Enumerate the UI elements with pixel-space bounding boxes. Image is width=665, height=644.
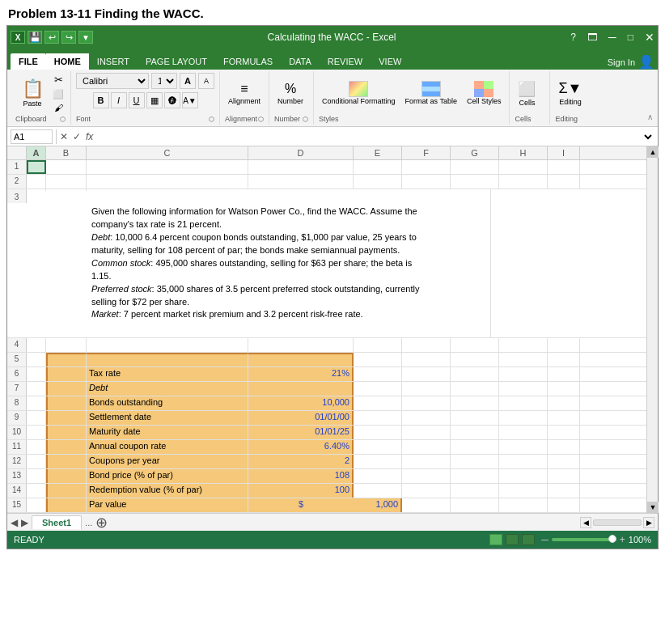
cell-f1[interactable]	[402, 160, 451, 174]
clipboard-expand[interactable]: ⬡	[60, 116, 66, 123]
cell-f10[interactable]	[402, 426, 451, 439]
cell-e1[interactable]	[354, 160, 402, 174]
tab-review[interactable]: REVIEW	[320, 53, 371, 70]
scroll-left-button[interactable]: ◀	[580, 517, 591, 528]
cell-a2[interactable]	[27, 175, 46, 189]
cell-a6[interactable]	[27, 367, 46, 381]
cell-g13[interactable]	[451, 469, 499, 483]
cell-d5[interactable]	[248, 353, 354, 366]
cell-d13[interactable]: 108	[248, 469, 354, 483]
number-expand[interactable]: ⬡	[303, 116, 308, 123]
cell-g15[interactable]	[451, 498, 499, 512]
cell-c8[interactable]: Bonds outstanding	[87, 396, 248, 410]
cell-b14[interactable]	[46, 484, 87, 498]
cell-b7[interactable]	[46, 382, 87, 396]
paste-button[interactable]: 📋 Paste	[15, 75, 49, 111]
cell-e2[interactable]	[354, 175, 402, 189]
cell-e11[interactable]	[354, 440, 402, 454]
cell-h7[interactable]	[499, 382, 548, 396]
font-name-select[interactable]: Calibri	[76, 73, 149, 89]
cell-h10[interactable]	[499, 426, 548, 439]
zoom-in-button[interactable]: +	[620, 534, 625, 545]
cell-b4[interactable]	[46, 338, 87, 352]
cell-c3-desc[interactable]: Given the following information for Wats…	[87, 189, 491, 337]
undo-icon[interactable]: ↩	[44, 31, 59, 44]
cell-h8[interactable]	[499, 396, 548, 410]
cell-d8[interactable]: 10,000	[248, 396, 354, 410]
cell-a1[interactable]	[27, 160, 46, 174]
close-button[interactable]: ✕	[645, 31, 654, 44]
cell-d6[interactable]: 21%	[248, 367, 354, 381]
copy-button[interactable]: ⬜	[51, 88, 66, 100]
restore-button[interactable]: 🗖	[587, 32, 597, 43]
cell-a10[interactable]	[27, 426, 46, 439]
cell-c7[interactable]: Debt	[87, 382, 248, 396]
cell-g4[interactable]	[451, 338, 499, 352]
cell-e13[interactable]	[354, 469, 402, 483]
cell-g7[interactable]	[451, 382, 499, 396]
file-icon[interactable]: X	[11, 31, 25, 44]
cell-b12[interactable]	[46, 455, 87, 468]
cell-h4[interactable]	[499, 338, 548, 352]
alignment-expand[interactable]: ⬡	[258, 116, 264, 123]
editing-button[interactable]: Σ▼ Editing	[555, 78, 585, 108]
cell-i6[interactable]	[548, 367, 580, 381]
border-button[interactable]: ▦	[146, 92, 163, 108]
cell-styles-button[interactable]: Cell Styles	[464, 79, 505, 108]
cell-h5[interactable]	[499, 353, 548, 366]
cell-c15[interactable]: Par value	[87, 498, 248, 512]
cell-b11[interactable]	[46, 440, 87, 454]
cell-b8[interactable]	[46, 396, 87, 410]
cell-h6[interactable]	[499, 367, 548, 381]
format-painter-button[interactable]: 🖌	[51, 102, 66, 113]
qat-icon[interactable]: ▼	[78, 31, 93, 44]
tab-page-layout[interactable]: PAGE LAYOUT	[138, 53, 215, 70]
sheet-nav-prev[interactable]: ◀	[11, 517, 18, 528]
cell-i8[interactable]	[548, 396, 580, 410]
cell-h11[interactable]	[499, 440, 548, 454]
scroll-up-button[interactable]: ▲	[647, 146, 659, 158]
cell-f2[interactable]	[402, 175, 451, 189]
underline-button[interactable]: U	[129, 92, 145, 108]
cell-g11[interactable]	[451, 440, 499, 454]
minimize-button[interactable]: ─	[608, 31, 616, 44]
page-layout-view-button[interactable]	[506, 534, 519, 545]
cell-h1[interactable]	[499, 160, 548, 174]
cell-i5[interactable]	[548, 353, 580, 366]
cell-c14[interactable]: Redemption value (% of par)	[87, 484, 248, 498]
cell-d10[interactable]: 01/01/25	[248, 426, 354, 439]
help-button[interactable]: ?	[570, 32, 576, 43]
font-color-button[interactable]: A▼	[182, 92, 198, 108]
confirm-formula-icon[interactable]: ✓	[73, 131, 81, 142]
cell-g1[interactable]	[451, 160, 499, 174]
cell-e5[interactable]	[354, 353, 402, 366]
cell-a13[interactable]	[27, 469, 46, 483]
cell-g10[interactable]	[451, 426, 499, 439]
cell-i9[interactable]	[548, 411, 580, 425]
cell-f5[interactable]	[402, 353, 451, 366]
cell-f15[interactable]	[402, 498, 451, 512]
cell-a7[interactable]	[27, 382, 46, 396]
cell-i4[interactable]	[548, 338, 580, 352]
cell-g12[interactable]	[451, 455, 499, 468]
zoom-slider[interactable]	[552, 538, 616, 541]
bold-button[interactable]: B	[93, 92, 109, 108]
sign-in-link[interactable]: Sign In	[608, 57, 635, 67]
cell-g5[interactable]	[451, 353, 499, 366]
cell-d15-dollar[interactable]: $	[248, 498, 354, 512]
cell-h14[interactable]	[499, 484, 548, 498]
cell-g2[interactable]	[451, 175, 499, 189]
cell-f13[interactable]	[402, 469, 451, 483]
h-scroll-track[interactable]	[593, 519, 642, 526]
cell-e14[interactable]	[354, 484, 402, 498]
cell-f8[interactable]	[402, 396, 451, 410]
alignment-button[interactable]: ≡ Alignment	[225, 80, 264, 107]
cell-c5[interactable]	[87, 353, 248, 366]
cell-b10[interactable]	[46, 426, 87, 439]
cell-h9[interactable]	[499, 411, 548, 425]
cell-c10[interactable]: Maturity date	[87, 426, 248, 439]
tab-home[interactable]: HOME	[46, 53, 89, 70]
cell-h13[interactable]	[499, 469, 548, 483]
cell-b2[interactable]	[46, 175, 87, 189]
ribbon-expand[interactable]: ∧	[646, 111, 654, 125]
